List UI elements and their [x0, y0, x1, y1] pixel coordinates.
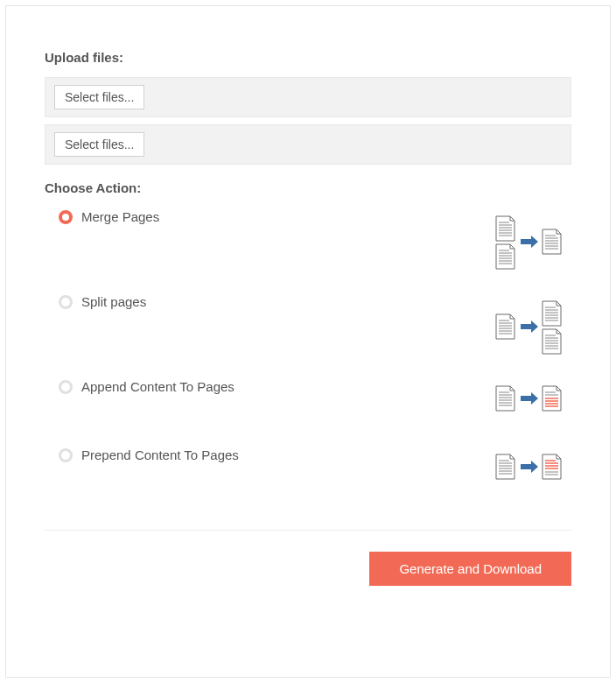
select-files-button-2[interactable]: Select files...: [54, 132, 144, 157]
merge-pages-icon: [494, 215, 564, 275]
action-prepend-content: Prepend Content To Pages: [45, 444, 571, 512]
action-label: Split pages: [81, 294, 146, 309]
upload-row-2: Select files...: [45, 124, 571, 165]
action-label: Append Content To Pages: [81, 379, 234, 394]
action-label: Merge Pages: [81, 209, 159, 224]
append-content-icon: [494, 384, 564, 419]
radio-split-pages[interactable]: [59, 295, 73, 309]
choose-action-label: Choose Action:: [45, 180, 571, 195]
action-label: Prepend Content To Pages: [81, 447, 239, 462]
select-files-button-1[interactable]: Select files...: [54, 85, 144, 109]
action-merge-pages: Merge Pages: [45, 206, 571, 291]
action-split-pages: Split pages: [45, 291, 571, 376]
radio-prepend-content[interactable]: [59, 448, 73, 462]
upload-row-1: Select files...: [45, 77, 571, 117]
upload-label: Upload files:: [45, 50, 571, 65]
prepend-content-icon: [494, 453, 564, 487]
action-append-content: Append Content To Pages: [45, 376, 571, 444]
footer: Generate and Download: [45, 552, 571, 586]
radio-append-content[interactable]: [59, 380, 73, 394]
generate-download-button[interactable]: Generate and Download: [369, 552, 571, 586]
divider: [45, 530, 571, 531]
split-pages-icon: [494, 299, 564, 360]
form-panel: Upload files: Select files... Select fil…: [5, 5, 611, 678]
radio-merge-pages[interactable]: [59, 210, 73, 224]
